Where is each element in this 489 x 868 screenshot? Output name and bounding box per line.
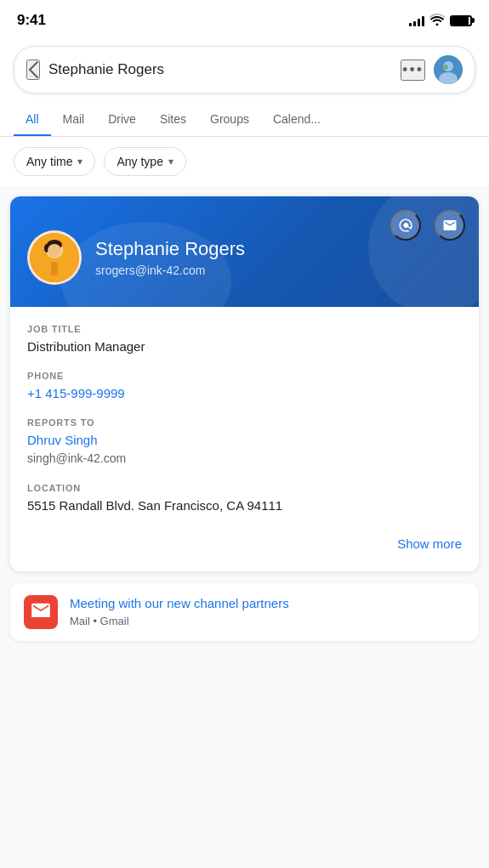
main-content: Stephanie Rogers srogers@ink-42.com JOB … <box>0 186 489 651</box>
status-bar: 9:41 <box>0 0 489 37</box>
time-filter-chevron-icon: ▾ <box>77 156 82 167</box>
reports-to-label: REPORTS TO <box>27 417 462 428</box>
person-name-email: Stephanie Rogers srogers@ink-42.com <box>95 238 462 277</box>
location-section: LOCATION 5515 Randall Blvd. San Francisc… <box>27 483 462 514</box>
reports-to-email: singh@ink-42.com <box>27 451 462 468</box>
time-filter-button[interactable]: Any time ▾ <box>14 147 95 176</box>
location-value: 5515 Randall Blvd. San Francisco, CA 941… <box>27 496 462 514</box>
mail-icon <box>31 602 50 621</box>
card-body: JOB TITLE Distribution Manager PHONE +1 … <box>10 307 479 571</box>
reports-to-name[interactable]: Dhruv Singh <box>27 431 462 449</box>
person-avatar <box>27 230 82 285</box>
search-bar-container: Stephanie Rogers ••• <box>0 37 489 102</box>
result-text: Meeting with our new channel partners Ma… <box>70 595 465 628</box>
person-email: srogers@ink-42.com <box>95 264 462 277</box>
contact-card: Stephanie Rogers srogers@ink-42.com JOB … <box>10 196 479 571</box>
result-title[interactable]: Meeting with our new channel partners <box>70 595 465 612</box>
avatar-image <box>434 55 463 84</box>
tab-calendar[interactable]: Calend... <box>261 102 333 136</box>
person-avatar-image <box>30 233 79 282</box>
tab-all[interactable]: All <box>14 102 51 136</box>
location-label: LOCATION <box>27 483 462 493</box>
search-query: Stephanie Rogers <box>48 61 392 78</box>
svg-point-3 <box>443 65 448 70</box>
svg-rect-10 <box>51 262 58 275</box>
tab-groups[interactable]: Groups <box>198 102 261 136</box>
person-info: Stephanie Rogers srogers@ink-42.com <box>27 230 462 285</box>
type-filter-button[interactable]: Any type ▾ <box>104 147 185 176</box>
more-options-button[interactable]: ••• <box>401 60 425 81</box>
time-filter-label: Any time <box>26 155 72 168</box>
tab-sites[interactable]: Sites <box>148 102 198 136</box>
phone-label: PHONE <box>27 371 462 381</box>
back-button[interactable] <box>26 60 40 80</box>
show-more-row: Show more <box>27 530 462 554</box>
type-filter-chevron-icon: ▾ <box>168 156 173 167</box>
battery-icon <box>450 15 472 26</box>
tab-drive[interactable]: Drive <box>96 102 148 136</box>
result-mail-icon-wrap <box>24 595 58 629</box>
status-icons <box>409 14 472 28</box>
phone-value[interactable]: +1 415-999-9999 <box>27 384 462 402</box>
person-name: Stephanie Rogers <box>95 238 462 260</box>
type-filter-label: Any type <box>117 155 162 168</box>
wifi-icon <box>429 14 445 28</box>
tab-mail[interactable]: Mail <box>51 102 97 136</box>
user-avatar[interactable] <box>434 55 463 84</box>
search-bar: Stephanie Rogers ••• <box>14 46 475 94</box>
show-more-button[interactable]: Show more <box>397 533 462 554</box>
result-meta: Mail • Gmail <box>70 615 465 627</box>
job-title-value: Distribution Manager <box>27 338 462 355</box>
phone-section: PHONE +1 415-999-9999 <box>27 371 462 402</box>
reports-to-section: REPORTS TO Dhruv Singh singh@ink-42.com <box>27 417 462 468</box>
filter-tabs: All Mail Drive Sites Groups Calend... <box>0 102 489 137</box>
card-header: Stephanie Rogers srogers@ink-42.com <box>10 196 479 307</box>
job-title-section: JOB TITLE Distribution Manager <box>27 324 462 355</box>
filter-dropdowns: Any time ▾ Any type ▾ <box>0 137 489 186</box>
svg-point-8 <box>48 244 61 258</box>
result-item: Meeting with our new channel partners Ma… <box>10 583 479 641</box>
signal-icon <box>409 14 424 26</box>
status-time: 9:41 <box>17 12 46 29</box>
